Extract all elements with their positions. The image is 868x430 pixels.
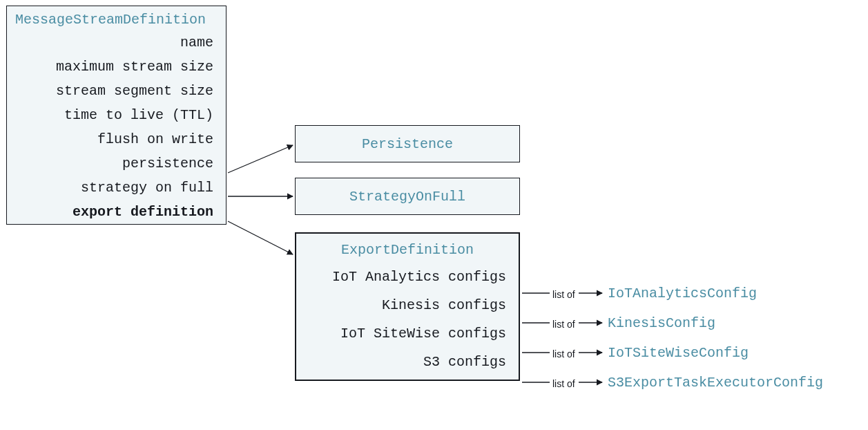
msd-item-flush: flush on write (7, 127, 226, 151)
listof-label-4: list of (552, 378, 575, 389)
type-iot-analytics: IoTAnalyticsConfig (608, 286, 757, 301)
persistence-box: Persistence (295, 125, 520, 162)
export-definition-box: ExportDefinition IoT Analytics configs K… (295, 232, 520, 381)
message-stream-definition-box: MessageStreamDefinition name maximum str… (6, 6, 226, 225)
listof-label-3: list of (552, 348, 575, 359)
type-s3: S3ExportTaskExecutorConfig (608, 375, 823, 391)
exportdef-item-iot-sitewise: IoT SiteWise configs (296, 317, 519, 346)
type-iot-sitewise: IoTSiteWiseConfig (608, 345, 749, 361)
exportdef-title: ExportDefinition (296, 234, 519, 261)
arrow-persistence (228, 145, 293, 173)
msd-title: MessageStreamDefinition (7, 6, 226, 30)
exportdef-item-s3: S3 configs (296, 346, 519, 380)
strategy-title: StrategyOnFull (349, 189, 465, 205)
msd-item-export-def: export definition (7, 200, 226, 224)
msd-item-max-stream-size: maximum stream size (7, 55, 226, 79)
exportdef-item-iot-analytics: IoT Analytics configs (296, 261, 519, 289)
msd-item-segment-size: stream segment size (7, 79, 226, 103)
msd-item-persistence: persistence (7, 151, 226, 176)
msd-item-name: name (7, 30, 226, 55)
listof-label-1: list of (552, 289, 575, 300)
exportdef-item-kinesis: Kinesis configs (296, 289, 519, 317)
msd-item-strategy: strategy on full (7, 176, 226, 200)
arrow-exportdef (228, 221, 293, 254)
msd-item-ttl: time to live (TTL) (7, 103, 226, 127)
type-kinesis: KinesisConfig (608, 315, 715, 331)
listof-label-2: list of (552, 319, 575, 330)
strategy-on-full-box: StrategyOnFull (295, 178, 520, 215)
persistence-title: Persistence (362, 136, 453, 152)
